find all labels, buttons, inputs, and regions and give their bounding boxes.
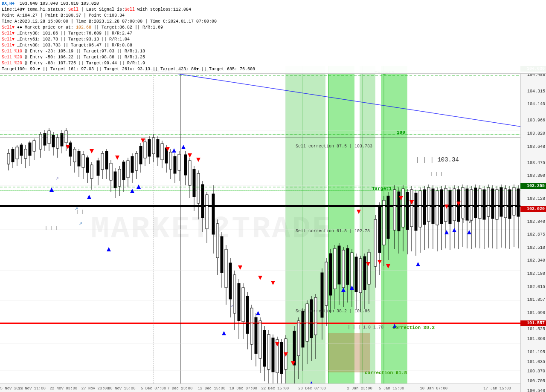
svg-rect-32 (44, 133, 46, 145)
price-103-820: 103.820 (527, 131, 545, 136)
label-pipes-2: | | | (45, 226, 58, 231)
price-102-340: 102.340 (527, 258, 545, 263)
price-102-180: 102.180 (527, 271, 545, 276)
svg-rect-48 (78, 151, 80, 166)
svg-rect-70 (127, 161, 129, 178)
time-label-dec22: 22 Dec 15:00 (261, 386, 289, 391)
price-box-103-255: 103.255 (520, 183, 546, 189)
svg-rect-246 (517, 189, 520, 216)
svg-rect-136 (272, 338, 274, 372)
svg-rect-36 (52, 135, 55, 147)
info-line-12: Target100: 99.▼ || Target 161: 97.03 || … (2, 66, 544, 72)
svg-rect-52 (86, 158, 89, 173)
label-sell-corr-382: Sell correction 38.2 | 101.86 (296, 309, 370, 314)
svg-rect-242 (508, 190, 511, 219)
svg-rect-232 (487, 187, 490, 216)
price-102-015: 102.015 (527, 285, 545, 289)
svg-rect-174 (359, 259, 362, 293)
arrow-buy-17 (452, 228, 456, 232)
price-100-870: 100.870 (527, 369, 545, 374)
candles-svg (0, 66, 529, 392)
arrow-buy-12 (341, 288, 346, 292)
svg-rect-58 (101, 153, 104, 170)
price-axis: 104.630 104.488 104.315 104.140 103.966 … (520, 66, 546, 392)
info-line-6: Sell▼ _Entry38: 101.86 || Target:76.609 … (2, 31, 544, 37)
svg-rect-72 (131, 156, 134, 173)
svg-rect-74 (135, 153, 138, 170)
arrow-sell-20 (444, 205, 449, 209)
price-103-300: 103.300 (527, 173, 545, 178)
svg-rect-178 (368, 252, 370, 284)
svg-rect-226 (474, 188, 477, 218)
arrow-buy-3 (107, 247, 111, 251)
info-line-8: Sell▼ _Entry88: 103.783 || Target:96.47 … (2, 43, 544, 49)
svg-rect-102 (197, 173, 200, 203)
svg-rect-118 (233, 275, 236, 313)
price-101-195: 101.195 (527, 350, 545, 355)
svg-rect-188 (393, 190, 396, 230)
svg-rect-92 (174, 156, 176, 173)
arrow-sell-7 (196, 158, 200, 162)
svg-rect-26 (29, 143, 31, 156)
svg-rect-42 (65, 131, 67, 143)
svg-rect-60 (105, 151, 108, 169)
arrow-sell-8 (238, 265, 242, 270)
arrow-sell-10 (271, 281, 275, 285)
svg-rect-30 (39, 134, 42, 149)
svg-rect-34 (48, 131, 50, 144)
arrow-sell-4 (141, 138, 145, 143)
arrow-sell-18 (399, 196, 403, 200)
svg-rect-172 (355, 257, 357, 292)
svg-rect-238 (500, 187, 502, 216)
svg-rect-16 (7, 153, 10, 164)
arrow-buy-1 (49, 187, 54, 192)
svg-rect-234 (491, 189, 494, 219)
svg-rect-56 (97, 161, 99, 176)
arrow-sell-1 (66, 145, 70, 149)
price-101-360: 101.360 (527, 337, 545, 341)
label-corr-382: correction 38.2 (392, 325, 435, 330)
svg-rect-98 (189, 161, 191, 185)
svg-rect-124 (246, 296, 249, 334)
info-bar: DX,H4 103.040 103.040 103.010 103.020 Li… (0, 0, 546, 74)
svg-rect-148 (302, 311, 304, 347)
svg-rect-154 (314, 297, 317, 335)
label-pipes-3: | | (76, 210, 84, 214)
svg-rect-164 (338, 246, 340, 284)
price-100-540: 100.540 (527, 389, 545, 392)
label-target1: Target1 (372, 186, 392, 191)
time-label-jan5: 5 Jan 15:00 (379, 386, 404, 391)
price-102-840: 102.840 (527, 219, 545, 224)
svg-rect-194 (406, 192, 409, 230)
arrow-sell-15 (366, 262, 370, 266)
price-101-857: 101.857 (527, 297, 545, 302)
svg-rect-62 (110, 163, 112, 180)
svg-rect-28 (33, 141, 35, 151)
svg-rect-228 (479, 189, 481, 219)
arrow-buy-7 (181, 145, 186, 149)
svg-rect-78 (144, 142, 146, 158)
svg-rect-50 (82, 155, 84, 167)
info-line-10: Sell %20 @ Entry -50: 106.22 || Target:9… (2, 55, 544, 61)
svg-rect-230 (483, 190, 485, 219)
arrow-sell-19 (410, 200, 414, 205)
svg-rect-96 (184, 155, 187, 175)
svg-rect-24 (24, 149, 27, 159)
label-corr-618: correction 61.8 (365, 370, 407, 375)
price-box-current: 103.020 (520, 206, 546, 212)
svg-rect-94 (178, 154, 180, 170)
arrow-sell-5 (166, 147, 170, 151)
svg-rect-184 (383, 200, 385, 245)
time-label-nov17: 17 Nov 11:00 (18, 386, 46, 391)
price-100-705: 100.705 (527, 379, 545, 383)
time-label-dec5: 5 Dec 07:00 (141, 386, 166, 391)
svg-rect-68 (122, 162, 125, 180)
arrow-buy-4 (130, 189, 134, 193)
time-label-jan2: 2 Jan 23:00 (347, 386, 372, 391)
svg-rect-66 (118, 169, 121, 186)
svg-rect-180 (374, 219, 377, 266)
arrow-sell-11 (275, 342, 279, 346)
time-label-nov27: 27 Nov 23:00 (81, 386, 109, 391)
arrow-buy-2 (87, 195, 91, 199)
svg-rect-216 (453, 189, 456, 221)
